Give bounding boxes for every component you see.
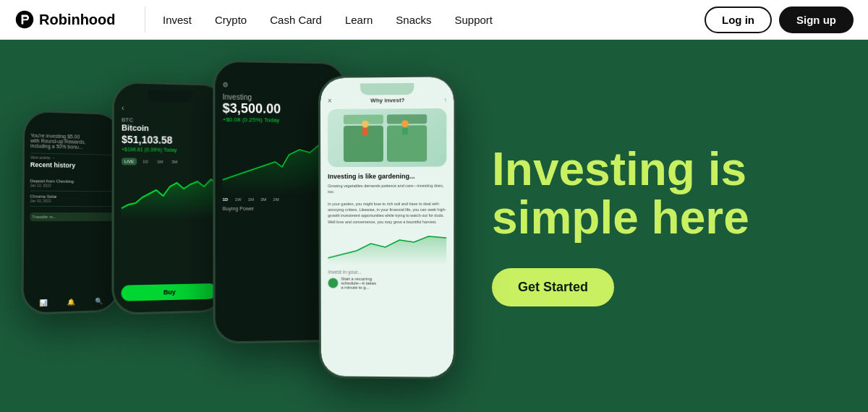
phone2-tab-1d[interactable]: 1D bbox=[140, 158, 151, 165]
phone2-change: +$196.81 (0.39%) Today bbox=[122, 147, 218, 153]
phone1-notch bbox=[54, 119, 93, 132]
logo-icon bbox=[14, 9, 35, 30]
nav-snacks[interactable]: Snacks bbox=[386, 8, 441, 32]
phone2-tabs: LIVE 1D 1M 3M bbox=[122, 158, 218, 166]
phone1-item2: Chroma Solar Jan 10, 2022 bbox=[30, 192, 114, 207]
phone3-tab-1w[interactable]: 1W bbox=[234, 197, 241, 202]
phone1-title: Recent history bbox=[30, 161, 114, 170]
svg-point-6 bbox=[401, 120, 409, 127]
phone4-notch bbox=[360, 83, 414, 95]
phone2-name: Bitcoin bbox=[122, 123, 218, 133]
phone4-chart bbox=[328, 229, 446, 265]
phone2-buy-button[interactable]: Buy bbox=[122, 283, 217, 301]
phone-why-invest-screen: × Why invest? ↑ bbox=[320, 77, 454, 377]
phone2-tab-1m[interactable]: 1M bbox=[154, 158, 166, 166]
phone2-content: ‹ BTC Bitcoin $51,103.58 +$196.81 (0.39%… bbox=[114, 83, 226, 227]
nav-crypto[interactable]: Crypto bbox=[205, 8, 257, 32]
phone4-invest-item: Start a recurringschedule—it takesa minu… bbox=[328, 276, 447, 289]
phone3-tab-2m[interactable]: 2M bbox=[273, 197, 278, 202]
nav-cash-card[interactable]: Cash Card bbox=[260, 8, 332, 32]
phone4-illustration bbox=[328, 108, 446, 167]
phone4-share-icon: ↑ bbox=[443, 97, 446, 103]
phone-history-screen: You're investing $5.00with Round-up Rewa… bbox=[23, 112, 120, 313]
hero-text: Investing is simple here Get Started bbox=[477, 116, 868, 335]
phone3-tab-3m[interactable]: 3M bbox=[260, 197, 266, 202]
phone2-price: $51,103.58 bbox=[122, 134, 218, 147]
phone2-tab-3m[interactable]: 3M bbox=[169, 158, 180, 166]
nav-support[interactable]: Support bbox=[445, 8, 503, 32]
get-started-button[interactable]: Get Started bbox=[492, 268, 614, 306]
phone-bitcoin: ‹ BTC Bitcoin $51,103.58 +$196.81 (0.39%… bbox=[111, 81, 227, 315]
phone1-item1: Deposit from Checking Jan 12, 2022 bbox=[30, 176, 114, 192]
phone-bitcoin-screen: ‹ BTC Bitcoin $51,103.58 +$196.81 (0.39%… bbox=[114, 83, 225, 313]
phone4-top: × Why invest? ↑ bbox=[328, 96, 447, 105]
phone1-chart-icon: 📊 bbox=[40, 299, 48, 306]
nav-actions: Log in Sign up bbox=[705, 7, 854, 33]
phone4-heading: Investing is like gardening... bbox=[328, 173, 446, 181]
nav-links: Invest Crypto Cash Card Learn Snacks Sup… bbox=[153, 8, 705, 32]
phone3-notch bbox=[255, 69, 307, 81]
phone4-content: × Why invest? ↑ bbox=[320, 77, 454, 299]
phone-history: You're investing $5.00with Round-up Rewa… bbox=[21, 109, 122, 315]
navbar: Robinhood Invest Crypto Cash Card Learn … bbox=[0, 0, 868, 40]
phone1-bell-icon: 🔔 bbox=[67, 299, 75, 306]
hero-headline-line1: Investing is bbox=[492, 143, 746, 195]
phone3-gear-icon: ⚙ bbox=[223, 81, 229, 88]
phone3-tab-1d[interactable]: 1D bbox=[223, 197, 229, 202]
svg-point-4 bbox=[362, 120, 369, 127]
login-button[interactable]: Log in bbox=[705, 7, 772, 33]
signup-button[interactable]: Sign up bbox=[779, 7, 854, 33]
nav-divider bbox=[145, 7, 145, 33]
hero-headline-line2: simple here bbox=[492, 192, 749, 244]
phone3-top: ⚙ ↑ bbox=[223, 81, 338, 90]
hero-headline: Investing is simple here bbox=[492, 145, 825, 242]
nav-learn[interactable]: Learn bbox=[335, 8, 383, 32]
logo-text: Robinhood bbox=[39, 12, 116, 28]
phones-area: You're investing $5.00with Round-up Rewa… bbox=[0, 40, 477, 412]
nav-invest[interactable]: Invest bbox=[153, 8, 202, 32]
phone4-body: Growing vegetables demands patience and … bbox=[328, 183, 446, 225]
phone2-chart bbox=[122, 168, 218, 219]
phone1-bottom: 📊 🔔 🔍 bbox=[23, 297, 117, 307]
phone1-item1-date: Jan 12, 2022 bbox=[30, 183, 114, 188]
phone4-invest-text: Start a recurringschedule—it takesa minu… bbox=[341, 276, 376, 289]
phone1-search-icon: 🔍 bbox=[95, 298, 103, 305]
svg-rect-7 bbox=[402, 127, 408, 134]
svg-rect-5 bbox=[362, 127, 368, 134]
phone-why-invest: × Why invest? ↑ bbox=[318, 74, 456, 379]
phone2-tab-live[interactable]: LIVE bbox=[122, 158, 137, 165]
phone2-back: ‹ bbox=[122, 104, 218, 114]
phone4-why-label: Why invest? bbox=[370, 97, 404, 103]
phone3-tab-1m[interactable]: 1M bbox=[248, 197, 254, 202]
phone4-section: Invest in your... bbox=[328, 269, 446, 274]
hero-section: You're investing $5.00with Round-up Rewa… bbox=[0, 40, 868, 412]
phone1-transfer: Transfer m... bbox=[30, 213, 114, 221]
logo[interactable]: Robinhood bbox=[14, 9, 116, 30]
phone4-close-icon[interactable]: × bbox=[328, 97, 332, 105]
phone1-item2-date: Jan 10, 2022 bbox=[30, 199, 114, 204]
phone4-invest-icon bbox=[328, 278, 339, 288]
phone2-notch bbox=[148, 90, 192, 103]
phone1-roundup: You're investing $5.00with Round-up Rewa… bbox=[30, 133, 114, 150]
